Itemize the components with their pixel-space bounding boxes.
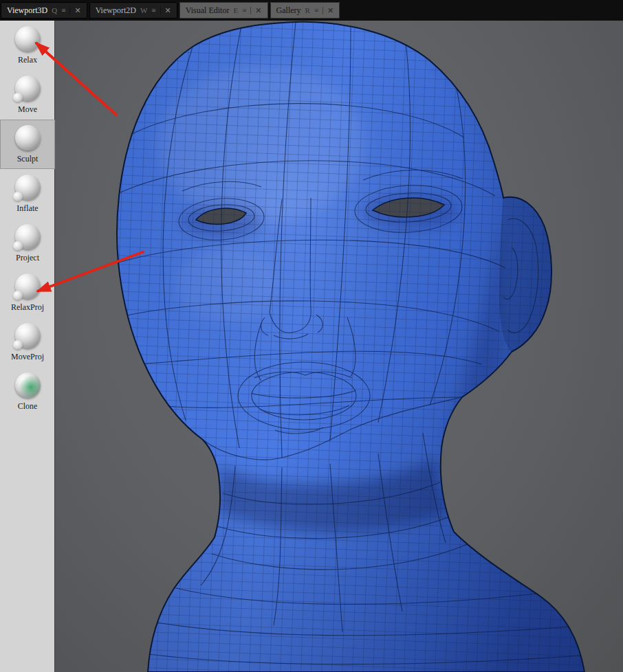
tab-hotkey: R [305,6,310,14]
tool-clone[interactable]: Clone [0,367,55,416]
tool-label: MoveProj [11,352,44,362]
inflate-tool-icon [15,175,41,200]
tab-bar: Viewport3D Q ≡ ✕ Viewport2D W ≡ ✕ Visual… [0,0,623,21]
viewport-3d-canvas[interactable] [55,21,623,672]
tool-label: Clone [18,401,38,412]
tool-label: Project [16,253,39,263]
tab-visual-editor[interactable]: Visual Editor E ≡ ✕ [179,2,268,19]
moveproj-tool-icon [15,323,41,348]
tool-move[interactable]: Move [0,70,55,120]
tab-close-icon[interactable]: ✕ [160,7,171,14]
sculpt-tool-panel: Relax Move Sculpt Inflate Project RelaxP… [0,21,55,672]
tool-label: Inflate [17,203,38,214]
tab-label: Viewport2D [96,5,136,16]
project-tool-icon [15,224,41,249]
tab-menu-icon[interactable]: ≡ [151,7,155,14]
tab-gallery[interactable]: Gallery R ≡ ✕ [270,2,340,19]
tab-label: Viewport3D [7,5,47,16]
application-window: Viewport3D Q ≡ ✕ Viewport2D W ≡ ✕ Visual… [0,0,623,672]
tool-relax[interactable]: Relax [0,21,55,70]
tool-inflate[interactable]: Inflate [0,169,55,219]
tab-viewport3d[interactable]: Viewport3D Q ≡ ✕ [1,2,87,19]
tab-label: Gallery [276,5,301,16]
tool-label: RelaxProj [11,302,44,313]
tool-label: Relax [18,55,37,65]
tab-viewport2d[interactable]: Viewport2D W ≡ ✕ [89,2,177,19]
tab-close-icon[interactable]: ✕ [69,7,80,14]
relaxproj-tool-icon [15,273,41,299]
tab-hotkey: E [233,6,238,14]
tab-menu-icon[interactable]: ≡ [61,7,65,14]
tab-close-icon[interactable]: ✕ [323,7,334,14]
relax-tool-icon [15,26,41,52]
tab-hotkey: Q [52,6,57,14]
move-tool-icon [15,76,41,101]
tool-project[interactable]: Project [0,219,55,268]
tab-close-icon[interactable]: ✕ [250,7,261,14]
tool-label: Sculpt [17,154,39,164]
tab-menu-icon[interactable]: ≡ [242,7,246,14]
tool-relaxproj[interactable]: RelaxProj [0,268,55,317]
tool-moveproj[interactable]: MoveProj [0,317,55,367]
tab-hotkey: W [140,6,147,14]
clone-tool-icon [15,372,41,398]
sculpt-tool-icon [15,125,41,150]
tool-sculpt[interactable]: Sculpt [0,120,55,169]
head-mesh [55,21,623,672]
tab-menu-icon[interactable]: ≡ [314,7,318,14]
tab-label: Visual Editor [186,5,230,16]
tool-label: Move [18,104,37,115]
